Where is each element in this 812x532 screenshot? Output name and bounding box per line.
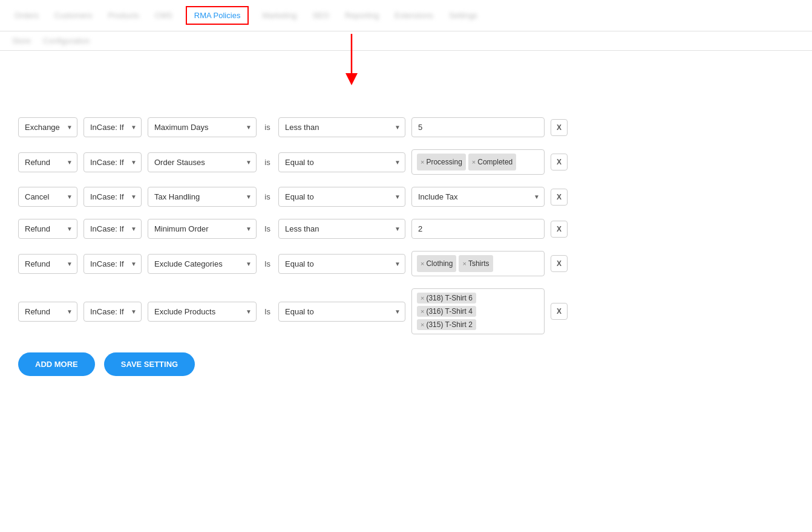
- tag-x-completed[interactable]: ×: [472, 158, 476, 166]
- tag-label-clothing: Clothing: [426, 259, 453, 268]
- policy-row-6: Refund Exchange Cancel ▼ InCase: If ▼ Ex…: [18, 288, 794, 334]
- operator-label-1: is: [263, 123, 272, 132]
- operator-label-5: Is: [263, 259, 272, 268]
- tags-box-6: × (318) T-Shirt 6 × (316) T-Shirt 4 × (3…: [411, 288, 545, 334]
- comparison-select-wrapper-5: Equal to Less than Greater than ▼: [278, 254, 405, 274]
- nav-item-products[interactable]: Products: [106, 7, 142, 24]
- type-select-1[interactable]: Exchange Refund Cancel: [18, 117, 77, 137]
- remove-btn-3[interactable]: X: [551, 189, 568, 206]
- remove-btn-6[interactable]: X: [551, 303, 568, 320]
- policy-row-3: Cancel Exchange Refund ▼ InCase: If ▼ Ta…: [18, 187, 794, 207]
- condition-select-wrapper-2: InCase: If ▼: [83, 152, 142, 172]
- field-select-wrapper-6: Exclude Products Maximum Days Order Stau…: [148, 302, 257, 322]
- bottom-buttons: ADD MORE SAVE SETTING: [18, 352, 794, 376]
- condition-select-wrapper-5: InCase: If ▼: [83, 254, 142, 274]
- arrow-container: [0, 51, 812, 105]
- tag-label-processing: Processing: [426, 158, 462, 166]
- save-setting-button[interactable]: SAVE SETTING: [104, 352, 195, 376]
- tag-processing: × Processing: [417, 154, 466, 170]
- value-input-1[interactable]: [411, 117, 545, 137]
- tag-clothing: × Clothing: [417, 255, 456, 272]
- nav-item-rma-policies[interactable]: RMA Policies: [186, 6, 249, 25]
- comparison-select-3[interactable]: Equal to Less than Greater than: [278, 187, 405, 207]
- arrow-svg: [327, 34, 376, 88]
- comparison-select-1[interactable]: Less than Equal to Greater than: [278, 117, 405, 137]
- tag-x-tshirts[interactable]: ×: [462, 260, 466, 267]
- type-select-3[interactable]: Cancel Exchange Refund: [18, 187, 77, 207]
- comparison-select-2[interactable]: Equal to Less than Greater than: [278, 152, 405, 172]
- subnav-configuration[interactable]: Configuration: [43, 36, 90, 45]
- field-select-wrapper-1: Maximum Days Order Stauses Tax Handling …: [148, 117, 257, 137]
- sub-nav: Store Configuration: [0, 31, 812, 51]
- main-content: Exchange Refund Cancel ▼ InCase: If ▼ Ma…: [0, 105, 812, 400]
- tags-box-2: × Processing × Completed: [411, 149, 545, 175]
- operator-label-6: Is: [263, 307, 272, 316]
- value-input-4[interactable]: [411, 219, 545, 239]
- type-select-wrapper-3: Cancel Exchange Refund ▼: [18, 187, 77, 207]
- nav-item-reporting[interactable]: Reporting: [342, 7, 381, 24]
- type-select-wrapper-2: Refund Exchange Cancel ▼: [18, 152, 77, 172]
- tag-label-completed: Completed: [477, 158, 512, 166]
- type-select-5[interactable]: Refund Exchange Cancel: [18, 254, 77, 274]
- tags-box-5: × Clothing × Tshirts: [411, 251, 545, 276]
- condition-select-5[interactable]: InCase: If: [83, 254, 142, 274]
- condition-select-wrapper-6: InCase: If ▼: [83, 302, 142, 322]
- operator-label-4: Is: [263, 224, 272, 233]
- nav-item-marketing[interactable]: Marketing: [260, 7, 299, 24]
- add-more-button[interactable]: ADD MORE: [18, 352, 95, 376]
- nav-item-settings[interactable]: Settings: [447, 7, 480, 24]
- type-select-wrapper-1: Exchange Refund Cancel ▼: [18, 117, 77, 137]
- tag-tshirt4: × (316) T-Shirt 4: [417, 306, 476, 317]
- condition-select-1[interactable]: InCase: If: [83, 117, 142, 137]
- remove-btn-2[interactable]: X: [551, 154, 568, 170]
- type-select-wrapper-4: Refund Exchange Cancel ▼: [18, 219, 77, 239]
- field-select-wrapper-4: Minimum Order Maximum Days Order Stauses…: [148, 219, 257, 239]
- condition-select-3[interactable]: InCase: If: [83, 187, 142, 207]
- type-select-2[interactable]: Refund Exchange Cancel: [18, 152, 77, 172]
- condition-select-6[interactable]: InCase: If: [83, 302, 142, 322]
- field-select-5[interactable]: Exclude Categories Maximum Days Order St…: [148, 254, 257, 274]
- comparison-select-5[interactable]: Equal to Less than Greater than: [278, 254, 405, 274]
- tag-tshirt2: × (315) T-Shirt 2: [417, 319, 476, 330]
- condition-select-2[interactable]: InCase: If: [83, 152, 142, 172]
- field-select-1[interactable]: Maximum Days Order Stauses Tax Handling …: [148, 117, 257, 137]
- tag-label-tshirts: Tshirts: [468, 259, 489, 268]
- nav-item-seo[interactable]: SEO: [310, 7, 331, 24]
- field-select-3[interactable]: Tax Handling Maximum Days Order Stauses …: [148, 187, 257, 207]
- subnav-store[interactable]: Store: [12, 36, 31, 45]
- field-select-6[interactable]: Exclude Products Maximum Days Order Stau…: [148, 302, 257, 322]
- condition-select-wrapper-3: InCase: If ▼: [83, 187, 142, 207]
- tag-completed: × Completed: [468, 154, 516, 170]
- policy-row-1: Exchange Refund Cancel ▼ InCase: If ▼ Ma…: [18, 117, 794, 137]
- tag-x-tshirt6[interactable]: ×: [421, 294, 424, 302]
- remove-btn-1[interactable]: X: [551, 119, 568, 136]
- comparison-select-wrapper-4: Less than Equal to Greater than ▼: [278, 219, 405, 239]
- field-select-wrapper-2: Order Stauses Maximum Days Tax Handling …: [148, 152, 257, 172]
- nav-item-orders[interactable]: Orders: [12, 7, 41, 24]
- condition-select-4[interactable]: InCase: If: [83, 219, 142, 239]
- nav-item-extensions[interactable]: Extensions: [392, 7, 436, 24]
- condition-select-wrapper-4: InCase: If ▼: [83, 219, 142, 239]
- tag-x-processing[interactable]: ×: [421, 158, 424, 166]
- field-select-4[interactable]: Minimum Order Maximum Days Order Stauses…: [148, 219, 257, 239]
- field-select-wrapper-3: Tax Handling Maximum Days Order Stauses …: [148, 187, 257, 207]
- operator-label-2: is: [263, 158, 272, 167]
- condition-select-wrapper-1: InCase: If ▼: [83, 117, 142, 137]
- value-dropdown-wrapper-3: Include Tax Exclude Tax ▼: [411, 187, 545, 207]
- type-select-4[interactable]: Refund Exchange Cancel: [18, 219, 77, 239]
- operator-label-3: is: [263, 192, 272, 201]
- tag-x-clothing[interactable]: ×: [421, 260, 424, 267]
- type-select-wrapper-5: Refund Exchange Cancel ▼: [18, 254, 77, 274]
- tag-x-tshirt2[interactable]: ×: [421, 321, 424, 328]
- remove-btn-5[interactable]: X: [551, 255, 568, 272]
- comparison-select-4[interactable]: Less than Equal to Greater than: [278, 219, 405, 239]
- nav-item-customers[interactable]: Customers: [52, 7, 95, 24]
- tag-x-tshirt4[interactable]: ×: [421, 308, 424, 315]
- nav-item-cms[interactable]: CMS: [152, 7, 175, 24]
- remove-btn-4[interactable]: X: [551, 221, 568, 238]
- field-select-2[interactable]: Order Stauses Maximum Days Tax Handling …: [148, 152, 257, 172]
- comparison-select-6[interactable]: Equal to Less than Greater than: [278, 302, 405, 322]
- type-select-wrapper-6: Refund Exchange Cancel ▼: [18, 302, 77, 322]
- value-select-3[interactable]: Include Tax Exclude Tax: [411, 187, 545, 207]
- type-select-6[interactable]: Refund Exchange Cancel: [18, 302, 77, 322]
